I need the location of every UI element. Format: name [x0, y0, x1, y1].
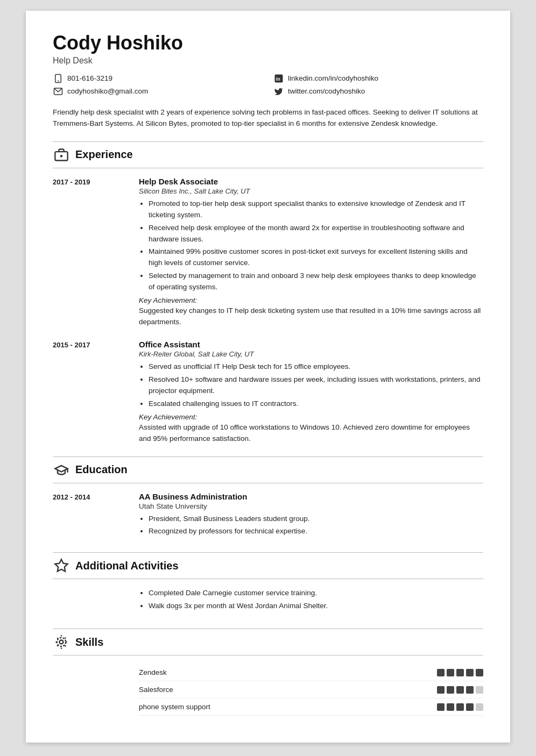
education-title: Education — [75, 463, 128, 476]
edu1-school: Utah State University — [139, 502, 483, 510]
summary-text: Friendly help desk specialist with 2 yea… — [53, 106, 483, 130]
exp2-ka-text: Assisted with upgrade of 10 office works… — [139, 422, 483, 445]
twitter-contact: twitter.com/codyhoshiko — [273, 86, 483, 97]
list-item: President, Small Business Leaders studen… — [149, 513, 483, 525]
dot — [437, 669, 445, 676]
skill-row-zendesk: Zendesk — [139, 664, 483, 681]
list-item: Walk dogs 3x per month at West Jordan An… — [149, 601, 483, 612]
phone-icon — [53, 73, 64, 84]
experience-title: Experience — [75, 148, 133, 161]
linkedin-contact: in linkedin.com/in/codyhoshiko — [273, 73, 483, 84]
education-section-header: Education — [53, 457, 483, 483]
list-item: Served as unofficial IT Help Desk tech f… — [149, 361, 483, 373]
list-item: Resolved 10+ software and hardware issue… — [149, 374, 483, 397]
education-entry-1: 2012 - 2014 AA Business Administration U… — [53, 492, 483, 541]
dot — [456, 669, 464, 676]
skill-row-phone: phone system support — [139, 698, 483, 716]
list-item: Recognized by professors for technical e… — [149, 526, 483, 537]
edu1-dates: 2012 - 2014 — [53, 492, 128, 541]
dot — [447, 669, 454, 676]
exp1-job-title: Help Desk Associate — [139, 177, 483, 186]
edu1-degree: AA Business Administration — [139, 492, 483, 501]
activities-section-header: Additional Activities — [53, 552, 483, 579]
skills-section-header: Skills — [53, 629, 483, 655]
skill-dots-zendesk — [437, 669, 483, 676]
dot — [447, 703, 454, 711]
activities-entry: Completed Dale Carnegie customer service… — [53, 588, 483, 617]
activities-bullets: Completed Dale Carnegie customer service… — [139, 588, 483, 614]
svg-marker-8 — [55, 560, 67, 572]
skills-title: Skills — [75, 636, 103, 648]
dot — [456, 703, 464, 711]
dot — [476, 686, 483, 694]
list-item: Promoted to top-tier help desk support s… — [149, 198, 483, 221]
svg-point-9 — [60, 640, 64, 644]
skills-container: Zendesk Salesforce — [53, 664, 483, 721]
skill-row-salesforce: Salesforce — [139, 681, 483, 698]
exp1-bullets: Promoted to top-tier help desk support s… — [139, 198, 483, 293]
email-contact: codyhoshiko@gmail.com — [53, 86, 263, 97]
resume-container: Cody Hoshiko Help Desk 801-616-3219 in l… — [26, 11, 510, 743]
dot — [437, 686, 445, 694]
exp1-ka-text: Suggested key changes to IT help desk ti… — [139, 305, 483, 328]
linkedin-value: linkedin.com/in/codyhoshiko — [288, 74, 378, 82]
list-item: Completed Dale Carnegie customer service… — [149, 588, 483, 599]
edu1-content: AA Business Administration Utah State Un… — [139, 492, 483, 541]
list-item: Escalated challenging issues to IT contr… — [149, 398, 483, 410]
list-item: Received help desk employee of the month… — [149, 223, 483, 245]
phone-value: 801-616-3219 — [67, 74, 112, 82]
experience-icon — [53, 146, 70, 163]
dot — [466, 669, 474, 676]
dot — [466, 686, 474, 694]
skill-dots-salesforce — [437, 686, 483, 694]
exp2-content: Office Assistant Kirk-Reiter Global, Sal… — [139, 340, 483, 445]
svg-point-10 — [57, 638, 66, 646]
list-item: Maintained 99% positive customer scores … — [149, 246, 483, 269]
skills-icon — [53, 633, 70, 651]
experience-entry-2: 2015 - 2017 Office Assistant Kirk-Reiter… — [53, 340, 483, 445]
dot — [466, 703, 474, 711]
education-icon — [53, 461, 70, 479]
header-title: Help Desk — [53, 56, 483, 66]
edu1-bullets: President, Small Business Leaders studen… — [139, 513, 483, 538]
skill-name-salesforce: Salesforce — [139, 686, 173, 694]
exp2-ka-label: Key Achievement: — [139, 413, 483, 421]
activities-icon — [53, 557, 70, 574]
exp1-content: Help Desk Associate Silicon Bites Inc., … — [139, 177, 483, 328]
contact-grid: 801-616-3219 in linkedin.com/in/codyhosh… — [53, 73, 483, 97]
skill-name-zendesk: Zendesk — [139, 668, 167, 676]
dot — [437, 703, 445, 711]
dot — [447, 686, 454, 694]
dot — [476, 703, 483, 711]
dot — [476, 669, 483, 676]
skills-list: Zendesk Salesforce — [139, 664, 483, 716]
dot — [456, 686, 464, 694]
email-icon — [53, 86, 64, 97]
phone-contact: 801-616-3219 — [53, 73, 263, 84]
twitter-value: twitter.com/codyhoshiko — [288, 87, 365, 95]
skill-name-phone: phone system support — [139, 703, 210, 711]
header-name: Cody Hoshiko — [53, 32, 483, 54]
experience-section-header: Experience — [53, 141, 483, 168]
svg-text:in: in — [276, 76, 280, 81]
exp2-job-title: Office Assistant — [139, 340, 483, 349]
email-value: codyhoshiko@gmail.com — [67, 87, 148, 95]
exp2-bullets: Served as unofficial IT Help Desk tech f… — [139, 361, 483, 410]
activities-title: Additional Activities — [75, 560, 179, 572]
exp1-ka-label: Key Achievement: — [139, 296, 483, 304]
exp2-dates: 2015 - 2017 — [53, 340, 128, 445]
linkedin-icon: in — [273, 73, 284, 84]
list-item: Selected by management to train and onbo… — [149, 270, 483, 293]
skill-dots-phone — [437, 703, 483, 711]
twitter-icon — [273, 86, 284, 97]
experience-entry-1: 2017 - 2019 Help Desk Associate Silicon … — [53, 177, 483, 328]
exp1-company: Silicon Bites Inc., Salt Lake City, UT — [139, 187, 483, 195]
exp1-dates: 2017 - 2019 — [53, 177, 128, 328]
exp2-company: Kirk-Reiter Global, Salt Lake City, UT — [139, 350, 483, 358]
